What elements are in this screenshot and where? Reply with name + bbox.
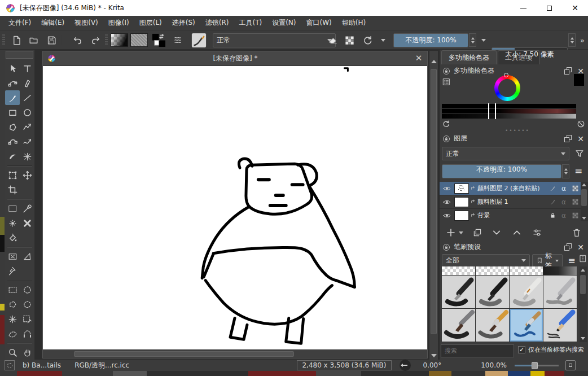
layer-row-background[interactable]: 背景 α [440,209,588,221]
pattern-swatch[interactable] [130,33,148,47]
brush-preset-marker[interactable] [476,276,509,308]
new-document-button[interactable] [9,33,24,47]
bar-slider-handle[interactable] [488,103,496,119]
tool-zoom[interactable] [5,345,20,360]
opacity-spinner[interactable] [469,33,476,47]
tool-freehand-select[interactable] [20,297,34,312]
brush-preset-pencil[interactable] [543,309,577,342]
tool-ellipse[interactable] [20,105,34,120]
layer-visibility-icon[interactable] [440,211,454,220]
brush-preset-paintbrush-orange[interactable] [476,309,509,342]
tool-freehand-brush[interactable] [5,90,20,105]
layer-alpha-checker-icon[interactable] [569,198,581,206]
blend-mode-combo[interactable]: 正常 [213,33,336,47]
close-docker-icon[interactable]: ✕ [577,134,584,143]
tool-fill[interactable] [5,230,20,245]
brush-preset-eraser-circle[interactable] [442,266,475,275]
docker-lock-icon[interactable] [442,67,450,75]
tool-polygon[interactable] [5,120,20,134]
scroll-down-icon[interactable] [582,217,586,220]
hscrollbar-thumb[interactable] [74,351,294,357]
brush-search-input[interactable] [441,344,514,357]
tool-pattern-edit[interactable] [5,216,20,230]
float-docker-icon[interactable] [564,135,572,142]
tool-text[interactable] [20,61,34,76]
brush-preset-soft-pen[interactable] [510,276,543,308]
brush-preset-chooser-button[interactable] [190,32,208,48]
close-docker-icon[interactable]: ✕ [577,243,584,252]
tool-rectangle[interactable] [5,105,20,120]
alpha-lock-icon[interactable]: α [558,198,569,206]
add-layer-button[interactable] [444,228,458,238]
toolbox-header[interactable] [6,51,33,59]
tool-select-shapes[interactable] [5,61,20,76]
foreground-background-colors[interactable] [151,33,166,47]
move-layer-down-button[interactable] [487,228,506,238]
tool-line[interactable] [20,90,34,105]
menu-filter[interactable]: 滤镜(R) [200,16,234,30]
layer-row-paint-1[interactable]: 颜料图层 1 α [440,195,588,209]
menu-image[interactable]: 图像(I) [103,16,134,30]
canvas-rotation-knob[interactable] [400,360,411,371]
subwindow-titlebar[interactable]: [未保存图像] * ✕ [43,51,427,65]
no-color-icon[interactable] [577,120,585,128]
undo-button[interactable] [70,33,85,47]
tool-contiguous-select[interactable] [20,312,34,326]
brush-view-menu-icon[interactable]: ≡ [566,254,577,267]
tool-colorize-mask[interactable] [5,249,20,264]
maximize-button[interactable] [536,0,562,16]
menu-help[interactable]: 帮助(H) [337,16,371,30]
color-wheel[interactable] [494,75,520,101]
tool-edit-shapes[interactable] [5,76,20,90]
layer-filter-icon[interactable] [573,147,586,160]
minimize-button[interactable] [510,0,536,16]
layer-thumbnail[interactable] [454,211,469,221]
brush-preset-eraser-small[interactable] [476,266,509,275]
delete-layer-button[interactable] [569,228,584,238]
scroll-down-icon[interactable] [581,337,585,340]
layer-row-paint-2[interactable]: 颜料图层 2 (来自粘贴) α [440,182,588,195]
inherit-alpha-icon[interactable] [547,185,558,192]
brush-filter-combo[interactable]: 全部 [442,254,530,267]
close-button[interactable]: ✕ [562,0,588,16]
layer-list-scrollbar[interactable] [581,182,588,221]
tool-freehand-path[interactable] [20,134,34,149]
brush-preset-airbrush[interactable] [543,266,577,275]
eraser-mode-button[interactable] [325,33,340,47]
tool-dynamic-brush[interactable] [5,149,20,164]
float-docker-icon[interactable] [564,243,572,251]
menu-view[interactable]: 视图(V) [69,16,103,30]
menu-tools[interactable]: 工具(T) [234,16,267,30]
tool-multibrush[interactable] [20,149,34,164]
open-document-button[interactable] [26,33,41,47]
size-spinner[interactable] [568,33,576,47]
opacity-dropdown[interactable] [479,33,488,47]
tool-calligraphy[interactable] [20,76,34,90]
selection-mode-icon[interactable] [5,360,15,370]
tool-pan[interactable] [20,345,34,360]
tool-ellipse-select[interactable] [20,282,34,297]
docker-resize-handle[interactable]: •••••• [505,128,530,133]
brush-preset-eraser-soft[interactable] [510,266,543,275]
tab-advanced-color-selector[interactable]: 多功能拾色器 [441,50,497,64]
tool-transform[interactable] [5,168,20,182]
tool-reference-images[interactable] [5,264,20,278]
fit-canvas-button[interactable] [565,360,576,370]
menu-window[interactable]: 窗口(W) [301,16,337,30]
tool-rect-select[interactable] [5,282,20,297]
layer-visibility-icon[interactable] [440,184,454,193]
layer-options-menu-icon[interactable]: ≡ [572,163,585,177]
menu-settings[interactable]: 设置(N) [267,16,301,30]
canvas[interactable] [43,66,427,349]
duplicate-layer-button[interactable] [469,228,486,238]
reload-dropdown[interactable] [379,33,388,47]
brush-details-icon[interactable] [578,254,587,263]
zoom-slider-thumb[interactable] [532,362,538,369]
canvas-vscrollbar[interactable] [429,51,438,360]
image-dimensions[interactable]: 2,480 x 3,508 (34.6 MiB) [297,360,391,370]
scroll-up-icon[interactable] [431,60,437,63]
float-docker-icon[interactable] [564,67,572,75]
layer-opacity-spinner[interactable] [562,164,569,178]
scroll-up-icon[interactable] [582,183,586,186]
tool-polygon-select[interactable] [5,297,20,312]
